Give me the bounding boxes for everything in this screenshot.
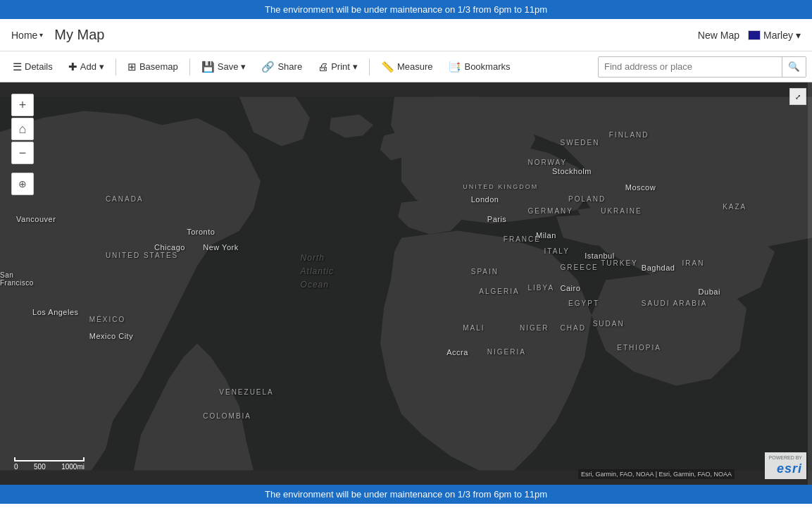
add-label: Add xyxy=(80,61,96,72)
print-icon: 🖨 xyxy=(318,61,328,73)
user-chevron: ▾ xyxy=(796,30,801,41)
map-scrollbar[interactable] xyxy=(808,82,812,485)
save-label: Save xyxy=(218,61,239,72)
measure-label: Measure xyxy=(397,61,433,72)
home-label: Home xyxy=(11,30,37,41)
search-button[interactable]: 🔍 xyxy=(782,57,806,77)
zoom-in-icon: + xyxy=(19,98,27,113)
share-label: Share xyxy=(277,61,302,72)
esri-powered-text: POWERED BY xyxy=(769,455,802,460)
scale-label-1000: 1000mi xyxy=(61,463,85,471)
toolbar-separator-3 xyxy=(369,58,370,75)
measure-button[interactable]: 📏 Measure xyxy=(374,58,440,76)
home-button[interactable]: ⌂ xyxy=(11,118,34,140)
map-title: My Map xyxy=(54,27,697,43)
toolbar-separator-1 xyxy=(115,58,116,75)
search-input[interactable] xyxy=(599,61,782,72)
zoom-out-icon: − xyxy=(19,146,27,161)
basemap-button[interactable]: ⊞ Basemap xyxy=(120,58,185,76)
esri-brand-text: esri xyxy=(777,461,802,476)
add-button[interactable]: ✚ Add ▾ xyxy=(61,58,111,76)
esri-logo: POWERED BY esri xyxy=(765,452,806,479)
top-banner: The environment will be under maintenanc… xyxy=(0,0,812,19)
new-map-button[interactable]: New Map xyxy=(698,30,739,41)
bottom-banner: The environment will be under maintenanc… xyxy=(0,485,812,504)
map-attribution: Esri, Garmin, FAO, NOAA | Esri, Garmin, … xyxy=(578,469,735,479)
home-chevron: ▾ xyxy=(39,31,43,39)
bottom-banner-text: The environment will be under maintenanc… xyxy=(265,489,547,500)
top-banner-text: The environment will be under maintenanc… xyxy=(265,4,547,15)
basemap-label: Basemap xyxy=(139,61,178,72)
add-chevron: ▾ xyxy=(99,61,104,72)
user-name: Marley xyxy=(763,30,793,41)
map-ctrl-separator xyxy=(11,166,34,171)
user-menu[interactable]: Marley ▾ xyxy=(748,30,801,41)
scale-label-0: 0 xyxy=(14,463,18,471)
map-container[interactable]: CANADA UNITED STATES MÉXICO VENEZUELA CO… xyxy=(0,82,812,485)
header: Home ▾ My Map New Map Marley ▾ xyxy=(0,19,812,51)
search-box[interactable]: 🔍 xyxy=(598,56,806,78)
header-right: New Map Marley ▾ xyxy=(698,30,801,41)
print-label: Print xyxy=(331,61,350,72)
toolbar: ☰ Details ✚ Add ▾ ⊞ Basemap 💾 Save ▾ 🔗 S… xyxy=(0,51,812,82)
details-label: Details xyxy=(25,61,53,72)
scale-label-500: 500 xyxy=(34,463,46,471)
expand-button[interactable]: ⤢ xyxy=(789,88,806,105)
print-chevron: ▾ xyxy=(353,61,358,72)
save-button[interactable]: 💾 Save ▾ xyxy=(194,58,254,76)
print-button[interactable]: 🖨 Print ▾ xyxy=(311,58,365,75)
home-nav[interactable]: Home ▾ xyxy=(11,30,43,41)
basemap-icon: ⊞ xyxy=(127,61,137,73)
scale-bar: 0 500 1000mi xyxy=(14,457,85,471)
expand-icon: ⤢ xyxy=(795,93,801,101)
user-flag-icon xyxy=(748,30,761,40)
share-icon: 🔗 xyxy=(261,61,275,73)
attribution-text: Esri, Garmin, FAO, NOAA | Esri, Garmin, … xyxy=(581,471,732,478)
details-button[interactable]: ☰ Details xyxy=(6,58,60,76)
share-button[interactable]: 🔗 Share xyxy=(254,58,309,76)
save-chevron: ▾ xyxy=(241,61,246,72)
save-icon: 💾 xyxy=(201,61,215,73)
map-controls: + ⌂ − ⊕ xyxy=(11,94,34,195)
zoom-out-button[interactable]: − xyxy=(11,142,34,164)
locate-icon: ⊕ xyxy=(18,178,27,190)
search-icon: 🔍 xyxy=(788,61,800,72)
map-svg xyxy=(0,82,812,485)
scale-line xyxy=(14,457,85,461)
home-icon: ⌂ xyxy=(19,122,27,137)
add-icon: ✚ xyxy=(68,61,77,73)
measure-icon: 📏 xyxy=(381,61,394,73)
scale-labels: 0 500 1000mi xyxy=(14,463,85,471)
bookmarks-button[interactable]: 📑 Bookmarks xyxy=(441,58,517,76)
bookmarks-icon: 📑 xyxy=(448,61,461,73)
details-icon: ☰ xyxy=(13,61,22,73)
toolbar-separator-2 xyxy=(189,58,190,75)
bookmarks-label: Bookmarks xyxy=(464,61,510,72)
locate-button[interactable]: ⊕ xyxy=(11,173,34,195)
zoom-in-button[interactable]: + xyxy=(11,94,34,116)
